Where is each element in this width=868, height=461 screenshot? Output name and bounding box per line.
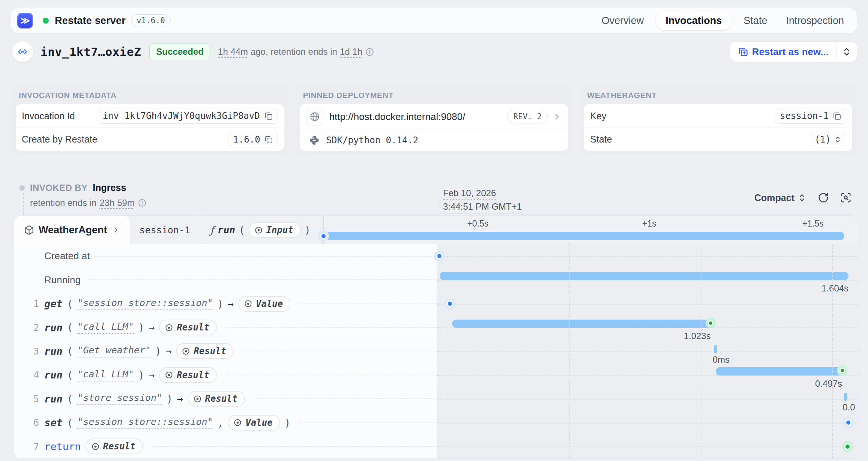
- trace-row: Running1.604s: [14, 268, 859, 291]
- tree-dot: [20, 185, 25, 191]
- duration-bar[interactable]: [440, 272, 848, 280]
- timeline-start-timestamp[interactable]: Feb 10, 2026 3:44:51 PM GMT+1: [443, 188, 522, 215]
- copy-icon[interactable]: [264, 111, 273, 120]
- result-pill[interactable]: Result: [188, 391, 245, 407]
- code-punctuation: (: [67, 369, 73, 381]
- retention-value[interactable]: 23h 59m: [99, 198, 134, 208]
- code-string-arg[interactable]: "call LLM": [77, 369, 134, 381]
- timeline-zero-line: [440, 315, 440, 339]
- timeline-gridline: [832, 363, 833, 387]
- eye-icon: [165, 323, 173, 332]
- row-number: 4: [29, 369, 39, 380]
- service-key-segment[interactable]: session-1: [130, 216, 200, 244]
- chevron-right-icon[interactable]: [552, 112, 562, 122]
- timeline-date: Feb 10, 2026: [443, 188, 496, 200]
- service-rows: Key session-1 State (1): [584, 104, 852, 151]
- event-dot[interactable]: [843, 417, 854, 428]
- service-tab[interactable]: WeatherAgent: [14, 216, 130, 244]
- invocation-code-icon[interactable]: [12, 41, 33, 62]
- input-pill[interactable]: Input: [249, 222, 301, 238]
- function-symbol: ƒ: [210, 224, 214, 236]
- tab-state[interactable]: State: [737, 11, 774, 30]
- trace-row: Created at: [14, 244, 859, 268]
- info-icon[interactable]: [365, 47, 374, 57]
- app-title: Restate server: [55, 15, 126, 27]
- meta-ago[interactable]: 1h 44m: [218, 47, 248, 57]
- duration-bar[interactable]: [716, 367, 842, 375]
- result-pill[interactable]: Result: [159, 367, 217, 383]
- meta-retention[interactable]: 1d 1h: [340, 47, 362, 57]
- trace-row: 1get("session_store::session")→Value: [14, 292, 859, 315]
- metadata-value-pill: inv_1kt7Gh4vJWjY0quwk3GiP8avDGVNFo…: [98, 108, 278, 124]
- key-value-pill: session-1: [775, 108, 846, 124]
- endpoint-url: http://host.docker.internal:9080/: [329, 111, 466, 123]
- event-dot[interactable]: [445, 298, 456, 309]
- handler-name: run: [218, 224, 235, 236]
- timeline-gridline: [701, 244, 701, 268]
- tab-invocations[interactable]: Invocations: [656, 11, 731, 30]
- code-punctuation: (: [67, 345, 73, 357]
- axis-tick-label: +1s: [642, 219, 656, 229]
- code-string-arg[interactable]: "session_store::session": [77, 416, 213, 429]
- state-toggle[interactable]: (1): [810, 132, 846, 147]
- eye-icon: [165, 371, 173, 379]
- result-pill[interactable]: Result: [86, 438, 143, 454]
- deployment-sdk-row: SDK/python 0.14.2: [300, 129, 568, 151]
- timeline-gridline: [569, 387, 570, 411]
- eye-icon: [182, 347, 190, 356]
- completion-dot[interactable]: [837, 365, 847, 376]
- arrow-icon: →: [228, 298, 234, 309]
- timeline-gridline: [701, 387, 701, 411]
- completion-dot[interactable]: [706, 318, 716, 328]
- invoked-by-value: Ingress: [93, 182, 126, 193]
- tab-overview[interactable]: Overview: [595, 11, 651, 30]
- metadata-value: inv_1kt7Gh4vJWjY0quwk3GiP8avDGVNFo…: [103, 111, 260, 121]
- value-pill[interactable]: Value: [238, 296, 290, 312]
- code-string-arg[interactable]: "session_store::session": [77, 297, 213, 310]
- deployment-endpoint-row[interactable]: http://host.docker.internal:9080/ REV. 2: [300, 104, 568, 129]
- row-number: 1: [29, 298, 39, 309]
- arrow-icon: →: [149, 369, 155, 381]
- refresh-icon[interactable]: [818, 192, 829, 203]
- result-pill[interactable]: Result: [176, 343, 234, 359]
- scan-search-icon[interactable]: [840, 192, 851, 203]
- eye-icon: [193, 395, 202, 403]
- timeline-zero-line: [440, 387, 440, 411]
- value-pill[interactable]: Value: [228, 415, 280, 431]
- info-icon[interactable]: [138, 198, 147, 207]
- restart-as-new-button[interactable]: Restart as new...: [730, 42, 836, 62]
- code-string-arg[interactable]: "Get weather": [77, 345, 151, 357]
- timeline-gridline: [701, 363, 701, 387]
- invocation-span-bar[interactable]: [323, 232, 844, 240]
- span-start-marker[interactable]: [318, 230, 329, 242]
- state-count: (1): [815, 134, 831, 145]
- dotted-leader: [243, 351, 437, 351]
- tab-introspection[interactable]: Introspection: [779, 11, 851, 30]
- result-pill[interactable]: Result: [159, 320, 217, 335]
- timeline-leader-line: [437, 446, 859, 447]
- restate-logo[interactable]: ≫: [17, 13, 33, 29]
- card-title: PINNED DEPLOYMENT: [303, 91, 565, 100]
- row-number: 7: [29, 441, 39, 452]
- copy-icon[interactable]: [264, 135, 273, 144]
- event-dot[interactable]: [842, 441, 853, 452]
- duration-bar[interactable]: [452, 320, 711, 328]
- copy-icon[interactable]: [832, 111, 841, 120]
- timeline-mode-select[interactable]: Compact: [754, 192, 806, 203]
- trace-row: 7returnResult: [14, 435, 859, 458]
- duration-bar-tiny[interactable]: [714, 345, 717, 353]
- code-string-arg[interactable]: "call LLM": [77, 321, 134, 334]
- dotted-leader: [95, 256, 437, 257]
- metadata-value-pill: 1.6.0: [228, 132, 278, 147]
- key-value: session-1: [780, 111, 829, 121]
- restart-options-caret[interactable]: [836, 42, 857, 62]
- card-pinned-deployment: PINNED DEPLOYMENT http://host.docker.int…: [296, 83, 573, 155]
- timeline-leader-line: [437, 256, 859, 257]
- timeline-leader-line: [437, 351, 859, 352]
- code-punctuation: ): [155, 345, 161, 357]
- duration-bar-tiny[interactable]: [844, 393, 847, 401]
- code-string-arg[interactable]: "store session": [77, 392, 162, 405]
- code-punctuation: ,: [218, 417, 224, 428]
- dotted-leader: [227, 375, 437, 375]
- timeline-gridline: [701, 315, 701, 339]
